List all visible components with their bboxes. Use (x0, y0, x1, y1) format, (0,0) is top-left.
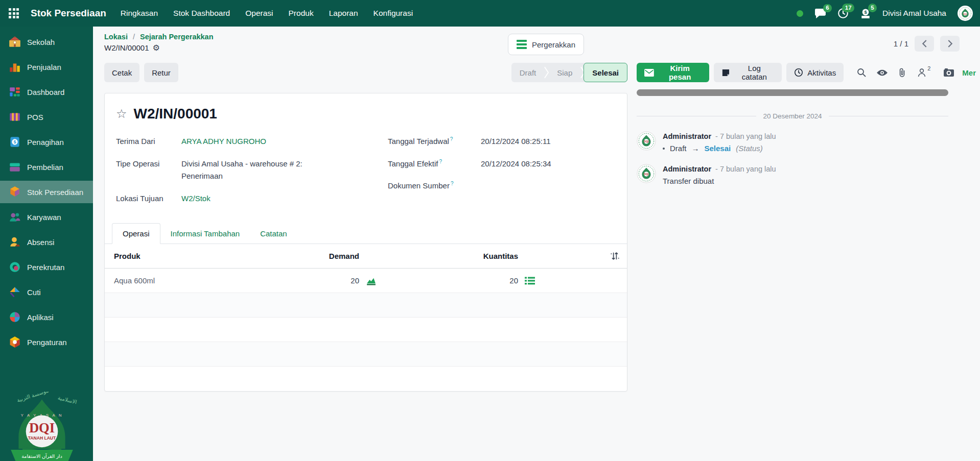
status-step-siap[interactable]: Siap (549, 68, 580, 77)
svg-text:DQI: DQI (644, 140, 649, 143)
sidebar-item-label: Sekolah (27, 38, 55, 46)
breadcrumb-lokasi[interactable]: Lokasi (104, 33, 128, 41)
sidebar-item-label: Pembelian (27, 163, 63, 172)
tab-operasi[interactable]: Operasi (112, 223, 160, 244)
message-time: - 7 bulan yang lalu (715, 132, 776, 140)
sidebar-item-label: Pengaturan (27, 338, 67, 347)
settings-hexagon-icon (8, 335, 21, 349)
apps-menu-button[interactable] (0, 0, 28, 27)
attachments-button[interactable] (898, 67, 907, 78)
menu-produk[interactable]: Produk (289, 9, 314, 18)
table-empty-row[interactable] (105, 367, 627, 391)
column-header-kuantitas[interactable]: Kuantitas (383, 252, 518, 260)
cell-demand[interactable]: 20 (257, 276, 359, 285)
favorite-star-icon[interactable]: ☆ (116, 108, 127, 120)
status-step-selesai[interactable]: Selesai (584, 63, 627, 82)
sidebar-item-cuti[interactable]: Cuti (0, 281, 93, 303)
sidebar-item-stok-persediaan[interactable]: Stok Persediaan (0, 181, 93, 203)
activities-badge: 17 (842, 4, 854, 12)
search-messages-button[interactable] (856, 67, 867, 78)
column-header-produk[interactable]: Produk (114, 252, 257, 260)
sidebar-item-dashboard[interactable]: Dashboard (0, 81, 93, 103)
menu-konfigurasi[interactable]: Konfigurasi (374, 9, 413, 18)
send-message-button[interactable]: Kirim pesan (637, 63, 709, 82)
svg-text:مؤسسة التربية: مؤسسة التربية (16, 392, 49, 404)
pager-next-button[interactable] (940, 36, 960, 52)
sidebar-item-penjualan[interactable]: Penjualan (0, 56, 93, 78)
pergerakkan-smart-button[interactable]: Pergerakkan (508, 34, 584, 55)
breadcrumb-current-record: W2/IN/00001 (104, 43, 149, 52)
field-value-lokasi-tujuan[interactable]: W2/Stok (181, 192, 211, 204)
cell-kuantitas[interactable]: 20 (383, 276, 518, 285)
table-row[interactable]: Aqua 600ml 20 20 (105, 269, 627, 293)
tab-informasi-tambahan[interactable]: Informasi Tambahan (160, 224, 250, 244)
optional-columns-button[interactable] (604, 251, 627, 261)
breadcrumb: Lokasi / Sejarah Pergerakkan W2/IN/00001… (104, 33, 214, 53)
svg-text:$: $ (864, 10, 867, 15)
cell-produk[interactable]: Aqua 600ml (114, 276, 257, 285)
log-note-button[interactable]: Log catatan (714, 63, 782, 82)
sidebar-item-penagihan[interactable]: $ Penagihan (0, 131, 93, 153)
activities-button[interactable]: 17 (837, 8, 849, 19)
field-label-tipe-operasi: Tipe Operasi (116, 159, 181, 168)
sidebar-item-pengaturan[interactable]: Pengaturan (0, 331, 93, 353)
forecast-report-button[interactable] (359, 276, 383, 285)
table-empty-row[interactable] (105, 318, 627, 342)
watch-record-button[interactable] (876, 69, 888, 77)
gear-actions-icon[interactable]: ⚙ (153, 43, 160, 53)
chatter-scrollbar[interactable] (637, 89, 948, 96)
sidebar-item-absensi[interactable]: Absensi (0, 231, 93, 253)
print-button[interactable]: Cetak (104, 63, 139, 82)
messages-button[interactable]: 6 (814, 8, 826, 19)
menu-operasi[interactable]: Operasi (245, 9, 273, 18)
return-button[interactable]: Retur (144, 63, 178, 82)
sidebar-item-label: Stok Persediaan (27, 188, 83, 197)
pager-previous-button[interactable] (915, 36, 934, 52)
sidebar-item-karyawan[interactable]: Karyawan (0, 206, 93, 228)
list-details-icon (525, 277, 535, 285)
dashboard-icon (8, 85, 21, 99)
detailed-operations-button[interactable] (518, 277, 542, 285)
field-value-tanggal-efektif[interactable]: 20/12/2024 08:25:34 (481, 158, 551, 169)
tab-catatan[interactable]: Catatan (250, 224, 297, 244)
field-value-tipe-operasi[interactable]: Divisi Amal Usaha - warehouse # 2: Pener… (181, 158, 312, 182)
followers-button[interactable]: 2 (917, 67, 930, 78)
sidebar-item-pembelian[interactable]: Pembelian (0, 156, 93, 178)
menu-ringkasan[interactable]: Ringkasan (121, 9, 158, 18)
menu-stok-dashboard[interactable]: Stok Dashboard (173, 9, 230, 18)
adjust-columns-icon (610, 251, 620, 261)
inventory-cube-icon (8, 185, 21, 199)
sidebar-item-label: Penagihan (27, 138, 64, 147)
svg-text:DQI: DQI (29, 420, 55, 435)
sidebar-item-aplikasi[interactable]: Aplikasi (0, 306, 93, 328)
column-header-demand[interactable]: Demand (257, 252, 359, 260)
body-row: ☆ W2/IN/00001 Terima Dari ARYA ADHY NUGR… (93, 93, 980, 392)
follow-more-label[interactable]: Mer (962, 68, 976, 77)
message-author[interactable]: Administrator (663, 132, 711, 140)
sidebar-item-pos[interactable]: POS (0, 106, 93, 128)
employees-icon (8, 210, 21, 224)
pager: 1 / 1 (894, 33, 970, 52)
menu-laporan[interactable]: Laporan (329, 9, 358, 18)
svg-text:TANAH LAUT: TANAH LAUT (28, 435, 56, 441)
message-author[interactable]: Administrator (663, 165, 711, 173)
svg-text:DQI: DQI (644, 173, 649, 176)
payroll-button[interactable]: $ 5 (860, 8, 871, 19)
field-value-terima-dari[interactable]: ARYA ADHY NUGROHO (181, 135, 266, 147)
company-name[interactable]: Divisi Amal Usaha (882, 9, 946, 18)
attach-image-button[interactable] (943, 68, 954, 77)
eye-icon (876, 69, 888, 77)
note-icon (721, 68, 730, 77)
activity-button[interactable]: Aktivitas (786, 63, 844, 82)
table-empty-row[interactable] (105, 293, 627, 318)
sidebar-item-sekolah[interactable]: Sekolah (0, 31, 93, 53)
status-step-draft[interactable]: Draft (511, 68, 545, 77)
sidebar-item-perekrutan[interactable]: Perekrutan (0, 256, 93, 278)
table-empty-row[interactable] (105, 342, 627, 367)
breadcrumb-sejarah-pergerakkan[interactable]: Sejarah Pergerakkan (140, 33, 213, 41)
message-time: - 7 bulan yang lalu (715, 165, 776, 173)
field-value-tanggal-terjadwal[interactable]: 20/12/2024 08:25:11 (481, 135, 551, 147)
tracking-arrow: → (692, 144, 699, 153)
paperclip-icon (898, 67, 907, 78)
user-avatar[interactable]: DQI (958, 6, 973, 21)
